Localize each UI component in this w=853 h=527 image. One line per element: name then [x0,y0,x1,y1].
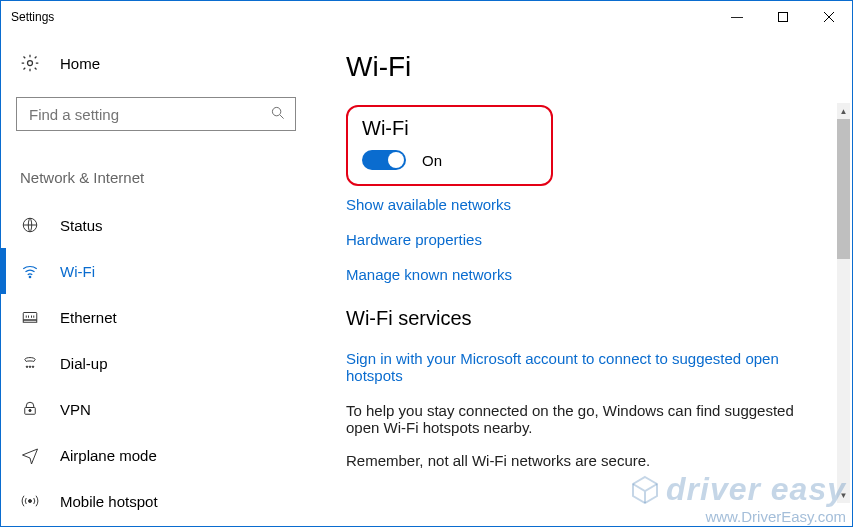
link-hardware-properties[interactable]: Hardware properties [346,231,822,248]
sidebar-item-dialup[interactable]: Dial-up [16,340,296,386]
search-input[interactable] [27,105,271,124]
watermark: driver easy www.DriverEasy.com [630,473,846,524]
close-button[interactable] [806,1,852,33]
wifi-toggle[interactable] [362,150,406,170]
sidebar-item-airplane[interactable]: Airplane mode [16,432,296,478]
watermark-brand: driver easy [666,471,846,507]
minimize-icon: — [731,10,743,24]
search-icon [271,106,285,123]
svg-point-3 [29,276,31,278]
svg-point-6 [26,366,28,368]
sidebar-item-label: Dial-up [60,355,108,372]
wifi-services-desc-2: Remember, not all Wi-Fi networks are sec… [346,452,816,469]
wifi-services-desc-1: To help you stay connected on the go, Wi… [346,402,816,436]
sidebar-category: Network & Internet [20,169,296,186]
window-title: Settings [11,10,54,24]
close-icon [823,11,835,23]
gear-icon [20,53,40,73]
svg-point-11 [29,500,32,503]
maximize-button[interactable] [760,1,806,33]
sidebar-item-label: VPN [60,401,91,418]
toggle-knob [388,152,404,168]
sidebar-item-ethernet[interactable]: Ethernet [16,294,296,340]
window-controls: — [714,1,852,33]
sidebar: Home Network & Internet Status [1,33,311,526]
search-box[interactable] [16,97,296,131]
svg-point-0 [28,61,33,66]
ethernet-icon [20,308,40,326]
titlebar: Settings — [1,1,852,33]
svg-point-10 [29,409,31,411]
settings-window: Settings — Home Network & [0,0,853,527]
home-label: Home [60,55,100,72]
wifi-toggle-state: On [422,152,442,169]
watermark-url: www.DriverEasy.com [630,509,846,524]
wifi-services-header: Wi-Fi services [346,307,822,330]
sidebar-item-label: Mobile hotspot [60,493,158,510]
link-show-networks[interactable]: Show available networks [346,196,822,213]
scrollbar[interactable]: ▲ ▼ [837,103,850,503]
vpn-icon [20,400,40,418]
sidebar-item-label: Status [60,217,103,234]
scroll-thumb[interactable] [837,119,850,259]
link-manage-known-networks[interactable]: Manage known networks [346,266,822,283]
highlight-annotation: Wi-Fi On [346,105,553,186]
link-sign-in-msft[interactable]: Sign in with your Microsoft account to c… [346,350,816,384]
svg-point-7 [29,366,31,368]
dialup-icon [20,354,40,372]
maximize-icon [778,12,788,22]
sidebar-item-hotspot[interactable]: Mobile hotspot [16,478,296,524]
page-title: Wi-Fi [346,51,822,83]
svg-point-8 [32,366,34,368]
nav-list: Status Wi-Fi Ethernet [16,202,296,524]
sidebar-item-label: Wi-Fi [60,263,95,280]
sidebar-item-wifi[interactable]: Wi-Fi [16,248,296,294]
sidebar-item-label: Ethernet [60,309,117,326]
watermark-logo-icon [630,474,660,509]
home-button[interactable]: Home [20,53,296,73]
sidebar-item-vpn[interactable]: VPN [16,386,296,432]
svg-point-1 [272,107,280,115]
airplane-icon [20,446,40,464]
main-content: Wi-Fi Wi-Fi On Show available networks H… [311,33,852,526]
scroll-up-button[interactable]: ▲ [837,103,850,119]
globe-icon [20,216,40,234]
minimize-button[interactable]: — [714,1,760,33]
sidebar-item-label: Airplane mode [60,447,157,464]
sidebar-item-status[interactable]: Status [16,202,296,248]
wifi-section-label: Wi-Fi [362,117,537,140]
hotspot-icon [20,492,40,510]
wifi-icon [20,262,40,280]
wifi-toggle-row: On [362,150,537,170]
svg-rect-4 [23,313,37,321]
svg-rect-5 [23,320,37,322]
